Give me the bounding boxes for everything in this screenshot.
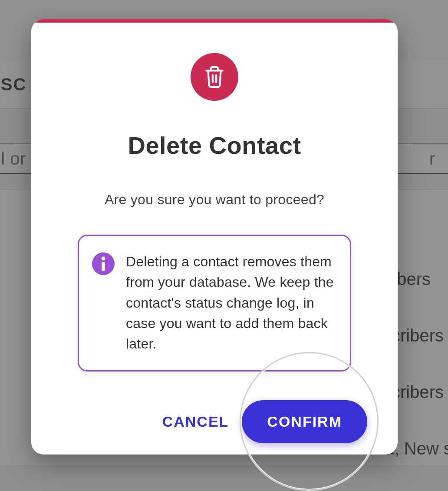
delete-contact-modal: Delete Contact Are you sure you want to … [31, 19, 398, 455]
confirm-button[interactable]: CONFIRM [242, 400, 367, 443]
modal-subtitle: Are you sure you want to proceed? [105, 192, 324, 208]
trash-icon-svg [204, 65, 225, 89]
modal-actions: CANCEL CONFIRM [31, 400, 398, 443]
info-box: Deleting a contact removes them from you… [78, 235, 351, 372]
modal-title: Delete Contact [128, 131, 301, 159]
modal-accent-bar [31, 19, 398, 23]
info-icon [92, 252, 115, 355]
info-icon-svg [92, 252, 115, 275]
svg-rect-4 [102, 262, 105, 271]
modal-content: Delete Contact Are you sure you want to … [31, 23, 398, 455]
trash-icon [191, 53, 238, 101]
info-text: Deleting a contact removes them from you… [126, 252, 337, 355]
svg-point-3 [102, 257, 105, 261]
cancel-button[interactable]: CANCEL [162, 413, 229, 430]
